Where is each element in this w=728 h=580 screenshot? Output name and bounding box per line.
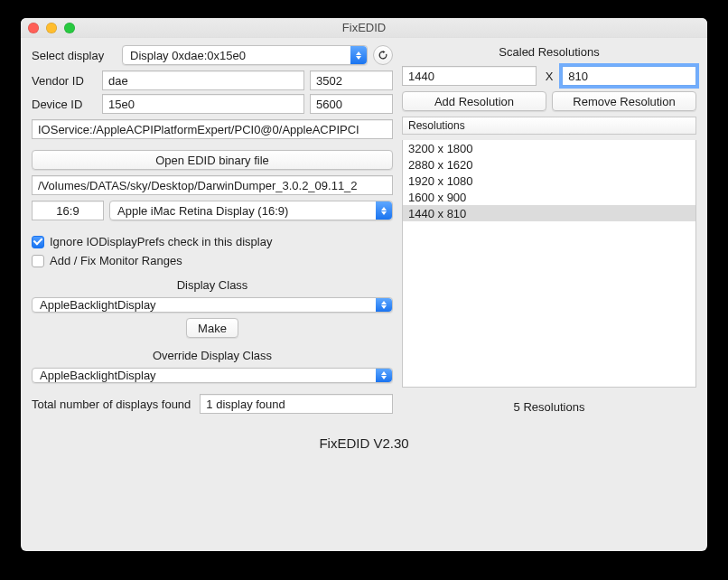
- ignore-prefs-label: Ignore IODisplayPrefs check in this disp…: [50, 235, 272, 248]
- override-class-popup[interactable]: AppleBacklightDisplay: [32, 368, 393, 383]
- ioservice-field[interactable]: IOService:/AppleACPIPlatformExpert/PCI0@…: [32, 119, 393, 139]
- edid-path-field[interactable]: /Volumes/DATAS/sky/Desktop/DarwinDumper_…: [32, 175, 393, 195]
- remove-resolution-button[interactable]: Remove Resolution: [552, 91, 696, 111]
- add-fix-ranges-label: Add / Fix Monitor Ranges: [50, 254, 182, 267]
- popup-arrows-icon: [376, 369, 392, 382]
- device-id-hex-field[interactable]: 15e0: [102, 94, 304, 114]
- display-model-popup[interactable]: Apple iMac Retina Display (16:9): [109, 201, 393, 220]
- popup-arrows-icon: [376, 298, 392, 312]
- override-class-title: Override Display Class: [32, 349, 393, 362]
- device-id-label: Device ID: [32, 98, 97, 111]
- resolutions-list[interactable]: 3200 x 1800 2880 x 1620 1920 x 1080 1600…: [402, 140, 696, 388]
- add-resolution-button[interactable]: Add Resolution: [402, 91, 546, 111]
- list-item[interactable]: 2880 x 1620: [403, 156, 695, 173]
- list-item[interactable]: 1600 x 900: [403, 189, 695, 205]
- aspect-ratio-field[interactable]: 16:9: [32, 201, 104, 220]
- make-button[interactable]: Make: [186, 318, 238, 338]
- app-version: FixEDID V2.30: [21, 423, 707, 454]
- ignore-prefs-checkbox[interactable]: [32, 236, 44, 248]
- scaled-resolutions-title: Scaled Resolutions: [402, 45, 696, 59]
- x-separator: X: [542, 70, 557, 83]
- app-window: FixEDID Select display Display 0xdae:0x1…: [21, 18, 707, 551]
- display-class-title: Display Class: [32, 278, 393, 292]
- select-display-popup[interactable]: Display 0xdae:0x15e0: [122, 45, 368, 65]
- ignore-prefs-checkbox-row[interactable]: Ignore IODisplayPrefs check in this disp…: [32, 235, 393, 248]
- window-title: FixEDID: [21, 21, 707, 34]
- open-edid-button[interactable]: Open EDID binary file: [32, 150, 393, 170]
- display-class-popup[interactable]: AppleBacklightDisplay: [32, 297, 393, 313]
- device-id-dec-field[interactable]: 5600: [310, 94, 393, 114]
- add-fix-ranges-checkbox[interactable]: [32, 255, 44, 267]
- select-display-label: Select display: [32, 49, 117, 62]
- res-width-field[interactable]: 1440: [402, 66, 537, 86]
- list-item[interactable]: 1440 x 810: [403, 205, 695, 221]
- titlebar: FixEDID: [21, 18, 707, 38]
- refresh-button[interactable]: [373, 45, 393, 65]
- refresh-icon: [378, 50, 388, 61]
- resolutions-count: 5 Resolutions: [402, 400, 696, 414]
- total-displays-field: 1 display found: [200, 394, 393, 414]
- vendor-id-dec-field[interactable]: 3502: [310, 70, 393, 90]
- left-panel: Select display Display 0xdae:0x15e0 Vend…: [32, 45, 393, 414]
- vendor-id-label: Vendor ID: [32, 74, 97, 88]
- add-fix-ranges-checkbox-row[interactable]: Add / Fix Monitor Ranges: [32, 254, 393, 267]
- vendor-id-hex-field[interactable]: dae: [102, 70, 304, 90]
- resolutions-header: Resolutions: [402, 117, 696, 135]
- total-displays-label: Total number of displays found: [32, 398, 191, 411]
- right-panel: Scaled Resolutions 1440 X 810 Add Resolu…: [402, 45, 696, 414]
- popup-arrows-icon: [350, 46, 367, 64]
- select-display-value: Display 0xdae:0x15e0: [130, 49, 246, 62]
- list-item[interactable]: 3200 x 1800: [403, 140, 695, 156]
- popup-arrows-icon: [376, 201, 392, 220]
- res-height-field[interactable]: 810: [562, 66, 696, 86]
- content-area: Select display Display 0xdae:0x15e0 Vend…: [21, 38, 707, 423]
- list-item[interactable]: 1920 x 1080: [403, 173, 695, 189]
